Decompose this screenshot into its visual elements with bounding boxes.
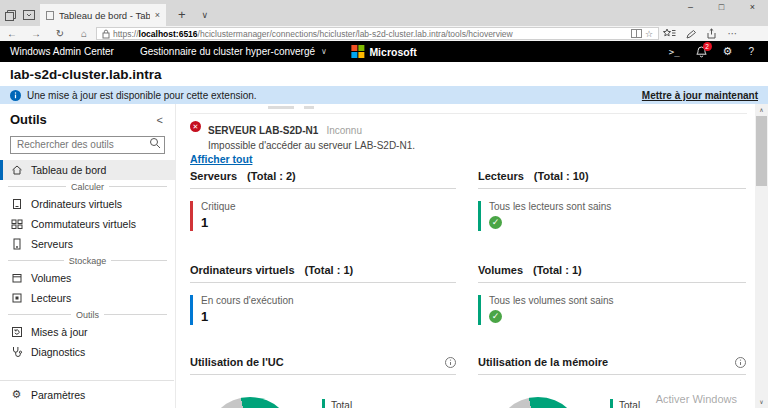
card-title: Volumes — [478, 264, 523, 276]
scroll-down-icon[interactable]: ∨ — [755, 396, 768, 408]
card-title: Utilisation de la mémoire — [478, 356, 608, 368]
legend-label: Total — [331, 399, 352, 408]
card-total: (Total : 2) — [247, 170, 296, 182]
sidebar-item-diagnostics[interactable]: Diagnostics — [0, 342, 175, 362]
favorite-star-icon[interactable]: ☆ — [645, 29, 653, 39]
browser-titlebar: Tableau de bord - Table × + ∨ – □ × — [0, 0, 768, 26]
card-title: Utilisation de l'UC — [190, 356, 284, 368]
notifications-button[interactable]: 2 — [696, 46, 707, 58]
info-circle-icon[interactable] — [445, 357, 456, 368]
more-menu-icon[interactable]: ⋯ — [722, 28, 743, 39]
admin-center-bar: Windows Admin Center Gestionnaire du clu… — [0, 41, 768, 62]
sidebar-collapse-icon[interactable]: < — [157, 114, 163, 126]
minimize-button[interactable]: – — [675, 0, 706, 14]
update-now-link[interactable]: Mettre à jour maintenant — [642, 90, 758, 101]
product-name[interactable]: Windows Admin Center — [0, 46, 114, 57]
info-circle-icon[interactable] — [735, 357, 746, 368]
favorites-hub-icon[interactable] — [659, 28, 680, 39]
sidebar-item-updates[interactable]: Mises à jour — [0, 322, 175, 342]
status-label: Tous les volumes sont sains — [489, 295, 614, 306]
status-bar — [190, 201, 193, 231]
settings-gear-icon[interactable]: ⚙ — [723, 45, 733, 58]
notification-badge: 2 — [703, 42, 712, 51]
forward-icon[interactable]: → — [24, 28, 48, 39]
sidebar-section-compute: Calculer — [0, 180, 175, 194]
search-icon[interactable] — [149, 137, 161, 149]
alert-message: Impossible d'accéder au serveur LAB-S2D-… — [208, 140, 415, 151]
card-virtual-machines[interactable]: Ordinateurs virtuels (Total : 1) En cour… — [190, 264, 456, 325]
tab-strip-actions — [0, 4, 40, 26]
sidebar-item-virtual-switches[interactable]: Commutateurs virtuels — [0, 214, 175, 234]
solution-label: Gestionnaire du cluster hyper-convergé — [140, 46, 315, 57]
status-value: 1 — [201, 309, 294, 324]
sidebar-item-servers[interactable]: Serveurs — [0, 234, 175, 254]
refresh-icon[interactable]: ↻ — [48, 28, 72, 39]
scrolled-cut-content — [268, 106, 294, 109]
url-bar[interactable]: https://localhost:6516/hciclustermanager… — [96, 27, 659, 40]
close-button[interactable]: × — [737, 0, 768, 14]
status-healthy: Tous les volumes sont sains ✓ — [478, 295, 746, 325]
tabs-preview-icon[interactable] — [23, 10, 35, 20]
update-banner: Une mise à jour est disponible pour cett… — [0, 86, 768, 104]
home-icon[interactable]: ⌂ — [72, 28, 96, 39]
healthy-check-icon: ✓ — [489, 216, 502, 229]
banner-text: Une mise à jour est disponible pour cett… — [27, 90, 257, 101]
card-cpu-usage[interactable]: Utilisation de l'UC Total — [190, 356, 456, 408]
card-servers[interactable]: Serveurs (Total : 2) Critique 1 — [190, 170, 456, 231]
maximize-button[interactable]: □ — [706, 0, 737, 14]
sidebar-section-storage: Stockage — [0, 254, 175, 268]
card-drives[interactable]: Lecteurs (Total : 10) Tous les lecteurs … — [478, 170, 746, 231]
show-all-link[interactable]: Afficher tout — [190, 153, 252, 165]
gear-icon: ⚙ — [10, 388, 23, 401]
sidebar-item-label: Ordinateurs virtuels — [31, 198, 122, 210]
microsoft-logo-text: Microsoft — [369, 46, 416, 58]
card-header: Ordinateurs virtuels (Total : 1) — [190, 264, 456, 276]
microsoft-logo-icon — [351, 45, 364, 58]
powershell-console-icon[interactable]: >_ — [669, 47, 680, 57]
sidebar-item-volumes[interactable]: Volumes — [0, 268, 175, 288]
url-scheme: https:// — [113, 29, 139, 39]
microsoft-logo: Microsoft — [351, 45, 416, 58]
scrollbar-thumb[interactable] — [756, 116, 767, 186]
tab-preview-chevron-icon[interactable]: ∨ — [202, 4, 209, 26]
card-title: Lecteurs — [478, 170, 524, 182]
sidebar-item-settings[interactable]: ⚙ Paramètres — [0, 384, 174, 405]
sidebar-item-label: Commutateurs virtuels — [31, 218, 136, 230]
solution-dropdown[interactable]: Gestionnaire du cluster hyper-convergé ∨ — [140, 46, 327, 57]
vertical-scrollbar[interactable]: ∧ ∨ — [755, 104, 768, 408]
chevron-down-icon: ∨ — [321, 47, 327, 56]
url-host: localhost:6516 — [139, 29, 198, 39]
reading-view-icon[interactable] — [631, 29, 642, 38]
tab-close-icon[interactable]: × — [155, 10, 160, 20]
share-icon[interactable] — [701, 28, 722, 39]
cluster-title-bar: lab-s2d-cluster.lab.intra — [0, 62, 768, 86]
card-volumes[interactable]: Volumes (Total : 1) Tous les volumes son… — [478, 264, 746, 325]
sidebar-item-label: Diagnostics — [31, 346, 85, 358]
card-title: Serveurs — [190, 170, 237, 182]
sidebar-item-dashboard[interactable]: Tableau de bord — [0, 160, 175, 180]
sidebar-item-virtual-machines[interactable]: Ordinateurs virtuels — [0, 194, 175, 214]
status-label: Critique — [201, 201, 235, 212]
annotate-pen-icon[interactable] — [680, 29, 701, 39]
drive-icon — [10, 292, 23, 304]
donut-chart — [206, 397, 294, 408]
browser-tab[interactable]: Tableau de bord - Table × — [40, 4, 166, 26]
new-tab-button[interactable]: + — [178, 4, 186, 26]
healthy-check-icon: ✓ — [489, 310, 502, 323]
status-bar — [190, 295, 193, 325]
card-header: Serveurs (Total : 2) — [190, 170, 456, 182]
sidebar-item-drives[interactable]: Lecteurs — [0, 288, 175, 308]
sidebar-item-label: Paramètres — [31, 389, 85, 401]
sidebar-item-label: Tableau de bord — [31, 164, 106, 176]
back-icon[interactable]: ← — [0, 28, 24, 39]
donut-chart — [494, 397, 582, 408]
tools-search — [10, 134, 165, 154]
search-input[interactable] — [10, 136, 165, 154]
help-icon[interactable]: ? — [748, 46, 754, 57]
server-icon — [10, 238, 23, 250]
alert-state: Inconnu — [326, 125, 362, 136]
card-header: Utilisation de la mémoire — [478, 356, 746, 368]
set-tabs-aside-icon[interactable] — [5, 10, 16, 21]
section-label: Calculer — [71, 182, 104, 192]
scroll-up-icon[interactable]: ∧ — [755, 104, 768, 116]
